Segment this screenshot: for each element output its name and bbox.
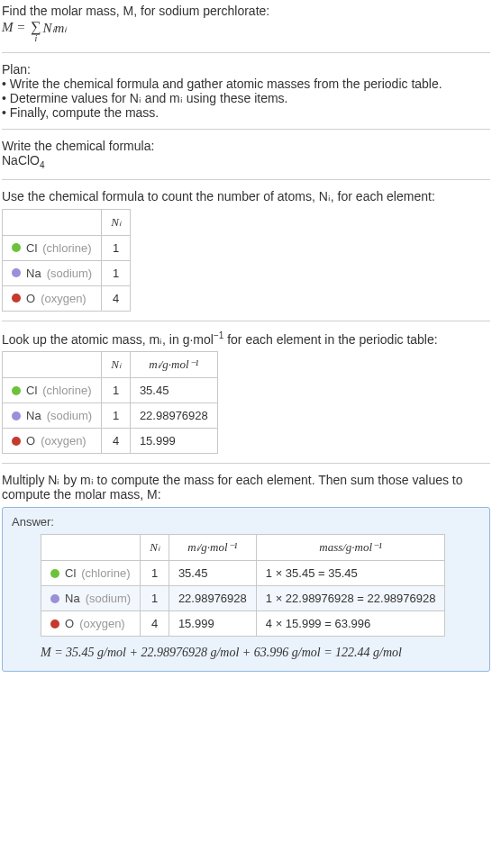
n-value: 4 [102,429,131,454]
multiply-heading: Multiply Nᵢ by mᵢ to compute the mass fo… [2,473,490,502]
intro-line: Find the molar mass, M, for sodium perch… [2,4,490,18]
lookup-mass: Look up the atomic mass, mᵢ, in g·mol−1 … [2,330,490,455]
table-row: Cl (chlorine) 1 35.45 [3,378,218,403]
n-value: 4 [141,611,169,637]
empty-header [3,209,102,235]
divider [2,321,490,321]
mass-value: 4 × 15.999 = 63.996 [256,611,445,637]
n-value: 1 [102,403,131,429]
element-dot-icon [50,594,59,603]
sigma-icon: ∑ [31,20,41,34]
divider [2,463,490,464]
empty-header [3,352,102,378]
sigma-index: i [34,34,37,43]
element-symbol: Cl [26,241,37,255]
col-n: Nᵢ [102,352,131,378]
table-row: Cl (chlorine) 1 [3,235,131,260]
n-value: 1 [141,586,169,611]
element-cell: O (oxygen) [12,434,92,448]
element-cell: Cl (chlorine) [12,384,92,397]
chemical-formula: NaClO4 [2,153,490,170]
n-value: 1 [102,378,131,403]
write-formula-heading: Write the chemical formula: [2,139,490,153]
n-value: 1 [102,235,131,260]
element-cell: Na (sodium) [12,267,92,280]
table-row: Na (sodium) 1 [3,260,131,285]
element-symbol: O [65,617,74,630]
element-name: (oxygen) [41,292,87,305]
answer-box: Answer: Nᵢ mᵢ/g·mol⁻¹ mass/g·mol⁻¹ Cl (c… [2,507,490,672]
table-row: O (oxygen) 4 [3,285,131,311]
element-cell: Na (sodium) [12,409,92,422]
heading-sup: −1 [214,330,223,340]
element-name: (sodium) [47,409,93,422]
table-row: Cl (chlorine) 1 35.45 1 × 35.45 = 35.45 [41,561,445,586]
n-value: 1 [141,561,169,586]
formula-lhs: M = [2,20,29,34]
formula-base: NaClO [2,153,40,167]
element-symbol: Cl [26,384,37,397]
plan: Plan: • Write the chemical formula and g… [2,62,490,120]
table-header-row: Nᵢ mᵢ/g·mol⁻¹ [3,352,218,378]
table-header-row: Nᵢ mᵢ/g·mol⁻¹ mass/g·mol⁻¹ [41,535,445,561]
element-symbol: Na [26,409,41,422]
element-cell: Na (sodium) [50,592,131,605]
element-name: (chlorine) [42,384,91,397]
divider [2,179,490,180]
intro: Find the molar mass, M, for sodium perch… [2,4,490,43]
mass-value: 1 × 22.98976928 = 22.98976928 [256,586,445,611]
table-header-row: Nᵢ [3,209,131,235]
m-value: 15.999 [130,429,217,454]
m-value: 35.45 [169,561,256,586]
table-row: O (oxygen) 4 15.999 [3,429,218,454]
element-cell: Cl (chlorine) [12,241,92,255]
m-value: 35.45 [130,378,217,403]
lookup-mass-table: Nᵢ mᵢ/g·mol⁻¹ Cl (chlorine) 1 35.45 Na (… [2,351,218,454]
heading-text-b: for each element in the periodic table: [223,331,437,346]
write-formula: Write the chemical formula: NaClO4 [2,139,490,170]
m-value: 15.999 [169,611,256,637]
element-dot-icon [12,411,21,420]
element-symbol: Na [65,592,80,605]
element-name: (chlorine) [42,241,91,255]
element-name: (sodium) [86,592,132,605]
count-atoms: Use the chemical formula to count the nu… [2,189,490,312]
element-dot-icon [12,437,21,446]
table-row: Na (sodium) 1 22.98976928 1 × 22.9897692… [41,586,445,611]
col-n: Nᵢ [141,535,169,561]
divider [2,52,490,53]
table-row: O (oxygen) 4 15.999 4 × 15.999 = 63.996 [41,611,445,637]
col-m: mᵢ/g·mol⁻¹ [130,352,217,378]
answer-table: Nᵢ mᵢ/g·mol⁻¹ mass/g·mol⁻¹ Cl (chlorine)… [41,534,445,637]
plan-item: • Finally, compute the mass. [2,105,490,120]
n-value: 1 [102,260,131,285]
empty-header [41,535,141,561]
table-row: Na (sodium) 1 22.98976928 [3,403,218,429]
element-cell: O (oxygen) [12,292,92,305]
plan-item: • Determine values for Nᵢ and mᵢ using t… [2,91,490,105]
element-symbol: Cl [65,566,76,580]
element-dot-icon [50,569,59,578]
col-n: Nᵢ [102,209,131,235]
formula-rhs: Nᵢmᵢ [43,20,68,36]
final-molar-mass: M = 35.45 g/mol + 22.98976928 g/mol + 63… [41,646,480,660]
m-value: 22.98976928 [130,403,217,429]
answer-label: Answer: [12,515,480,529]
element-symbol: Na [26,267,41,280]
count-atoms-heading: Use the chemical formula to count the nu… [2,189,490,203]
element-cell: Cl (chlorine) [50,566,131,580]
n-value: 4 [102,285,131,311]
element-cell: O (oxygen) [50,617,131,630]
lookup-mass-heading: Look up the atomic mass, mᵢ, in g·mol−1 … [2,330,490,347]
element-dot-icon [12,268,21,277]
molar-mass-formula: M = ∑ i Nᵢmᵢ [2,20,490,43]
heading-text-a: Look up the atomic mass, mᵢ, in g·mol [2,331,214,346]
element-name: (oxygen) [79,617,125,630]
col-mass: mass/g·mol⁻¹ [256,535,445,561]
element-name: (chlorine) [81,566,130,580]
element-name: (sodium) [47,267,93,280]
mass-value: 1 × 35.45 = 35.45 [256,561,445,586]
count-atoms-table: Nᵢ Cl (chlorine) 1 Na (sodium) 1 O (oxyg… [2,209,131,312]
element-symbol: O [26,434,35,448]
element-symbol: O [26,292,35,305]
